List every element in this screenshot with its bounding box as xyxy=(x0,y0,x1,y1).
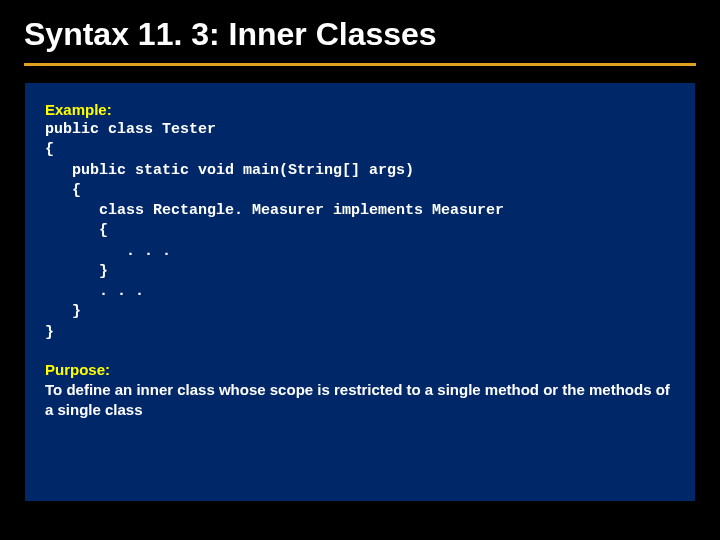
example-label: Example: xyxy=(45,101,675,118)
purpose-label: Purpose: xyxy=(45,361,675,378)
code-block: public class Tester { public static void… xyxy=(45,120,675,343)
slide: Syntax 11. 3: Inner Classes Example: pub… xyxy=(0,0,720,540)
title-underline xyxy=(24,63,696,66)
content-box: Example: public class Tester { public st… xyxy=(24,82,696,502)
slide-title: Syntax 11. 3: Inner Classes xyxy=(24,16,696,53)
purpose-text: To define an inner class whose scope is … xyxy=(45,380,675,421)
